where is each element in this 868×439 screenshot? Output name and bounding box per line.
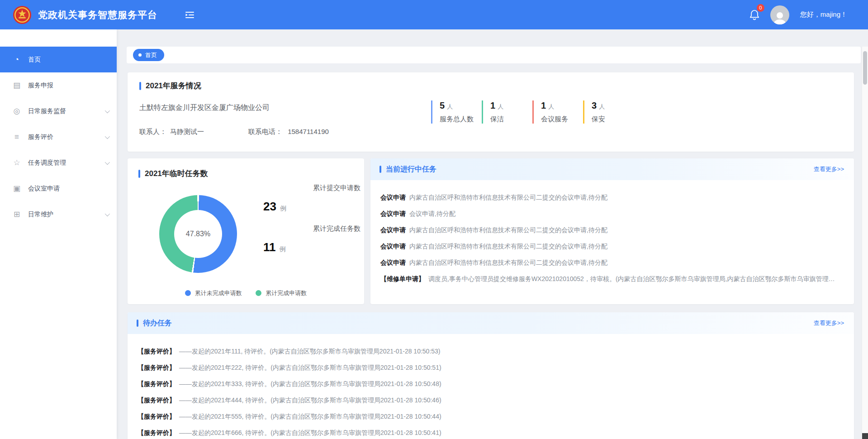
task-tag: 会议申请 (380, 259, 406, 266)
todo-row[interactable]: 【服务评价】——发起的2021年666, 待评价。(内蒙古自治区鄂尔多斯市乌审旗… (138, 425, 844, 439)
overview-card-title: 2021年服务情况 (139, 81, 842, 91)
form-icon: ▤ (12, 81, 22, 90)
todo-text: ——发起的2021年666, 待评价。(内蒙古自治区鄂尔多斯市乌审旗管理局202… (179, 429, 441, 436)
contact-name: 马静测试一 (170, 128, 204, 136)
sidebar-item-label: 任务调度管理 (28, 159, 66, 167)
legend-item[interactable]: 累计完成申请数 (256, 289, 307, 297)
todo-tag: 【服务评价】 (138, 380, 175, 387)
ongoing-tasks-title: 当前进行中任务 (386, 165, 436, 174)
title-accent-bar (137, 320, 138, 327)
contact-row: 联系人： 马静测试一 联系电话： 15847114190 (139, 128, 842, 136)
stat-value: 1 (541, 100, 546, 110)
title-accent-bar (379, 166, 381, 173)
notification-bell[interactable]: 0 (749, 8, 759, 22)
metric-value: 23 (263, 200, 276, 213)
sidebar-item-label: 服务评价 (28, 133, 53, 141)
stat-value: 5 (440, 100, 445, 110)
national-emblem-logo (13, 5, 32, 24)
chevron-down-icon (105, 108, 110, 113)
stat-unit: 人 (548, 103, 554, 110)
chevron-down-icon (105, 211, 110, 216)
dot-icon (138, 53, 142, 57)
todo-row[interactable]: 【服务评价】——发起的2021年222, 待评价。(内蒙古自治区鄂尔多斯市乌审旗… (138, 359, 844, 376)
stat-block: 3人 保安 (583, 100, 634, 124)
legend-item[interactable]: 累计未完成申请数 (185, 289, 242, 297)
todo-text: ——发起的2021年555, 待评价。(内蒙古自治区鄂尔多斯市乌审旗管理局202… (179, 413, 441, 420)
stat-unit: 人 (447, 103, 453, 110)
stat-value: 3 (592, 100, 597, 110)
stat-block: 1人 会议服务 (532, 100, 583, 124)
task-row[interactable]: 【维修单申请】调度员,事务中心管理员提交维修服务WX202102010052，待… (380, 271, 844, 287)
view-more-link[interactable]: 查看更多>> (814, 319, 844, 327)
dashboard-icon: ◔ (12, 55, 22, 64)
task-tag: 会议申请 (380, 194, 406, 201)
sidebar-item[interactable]: ◔ 首页 (0, 47, 117, 72)
chevron-down-icon (105, 159, 110, 164)
task-row[interactable]: 会议申请内蒙古自治区呼和浩特市利信息技术有限公司二提交的会议申请,待分配 (380, 222, 844, 238)
app-title: 党政机关事务智慧服务平台 (38, 9, 157, 21)
chart-legend: 累计未完成申请数 累计完成申请数 (128, 289, 364, 298)
stat-label: 会议服务 (541, 115, 583, 124)
user-avatar[interactable] (770, 5, 789, 24)
metric: 累计提交申请数 23例 (263, 184, 360, 214)
maintain-icon: ⊞ (12, 210, 22, 219)
brand: 党政机关事务智慧服务平台 (13, 5, 157, 24)
service-overview-card: 2021年服务情况 土默特左旗金川开发区金厦广场物业公司 联系人： 马静测试一 … (128, 72, 854, 152)
todo-row[interactable]: 【服务评价】——发起的2021年444, 待评价。(内蒙古自治区鄂尔多斯市乌审旗… (138, 392, 844, 408)
todo-tag: 【服务评价】 (138, 396, 175, 404)
donut-chart: 47.83% (159, 195, 237, 273)
sidebar-item[interactable]: ⊞ 日常维护 (0, 201, 117, 227)
task-row[interactable]: 会议申请会议申请,待分配 (380, 205, 844, 222)
sidebar-item[interactable]: ▣ 会议室申请 (0, 176, 117, 201)
todo-row[interactable]: 【服务评价】——发起的2021年333, 待评价。(内蒙古自治区鄂尔多斯市乌审旗… (138, 376, 844, 392)
legend-dot-icon (256, 290, 261, 296)
task-tag: 会议申请 (380, 226, 406, 234)
task-tag: 会议申请 (380, 243, 406, 250)
todo-text: ——发起的2021年444, 待评价。(内蒙古自治区鄂尔多斯市乌审旗管理局202… (179, 396, 441, 404)
todo-row[interactable]: 【服务评价】——发起的2021年111, 待评价。(内蒙古自治区鄂尔多斯市乌审旗… (138, 343, 844, 359)
chevron-down-icon (105, 134, 110, 138)
breadcrumb-tab-home[interactable]: 首页 (133, 49, 164, 61)
metric-label: 累计提交申请数 (263, 184, 360, 192)
menu-fold-icon[interactable] (185, 11, 194, 19)
task-row[interactable]: 会议申请内蒙古自治区呼和浩特市利信息技术有限公司二提交的会议申请,待分配 (380, 254, 844, 271)
app-root: 党政机关事务智慧服务平台 0 (0, 0, 868, 439)
scrollbar-thumb[interactable] (863, 51, 867, 85)
stat-unit: 人 (599, 103, 605, 110)
stat-block: 1人 保洁 (482, 100, 532, 124)
phone-label: 联系电话： (248, 128, 282, 135)
breadcrumb-label: 首页 (145, 51, 157, 59)
ongoing-tasks-header: 当前进行中任务 查看更多>> (370, 158, 854, 180)
todo-row[interactable]: 【服务评价】——发起的2021年555, 待评价。(内蒙古自治区鄂尔多斯市乌审旗… (138, 408, 844, 425)
sidebar-item[interactable]: ▤ 服务申报 (0, 72, 117, 98)
breadcrumb: 首页 (127, 47, 861, 63)
task-text: 内蒙古自治区呼和浩特市利信息技术有限公司二提交的会议申请,待分配 (409, 226, 607, 234)
contact-label: 联系人： (139, 128, 166, 136)
sidebar-item-label: 日常服务监督 (28, 107, 66, 115)
stat-label: 保安 (592, 115, 634, 124)
header-actions: 0 您好，majing！ (749, 5, 847, 24)
todo-tasks-card: 待办任务 查看更多>> 【服务评价】——发起的2021年111, 待评价。(内蒙… (128, 312, 854, 439)
sidebar-item-label: 首页 (28, 56, 41, 64)
sidebar-item[interactable]: ≡ 服务评价 (0, 124, 117, 150)
task-row[interactable]: 会议申请内蒙古自治区呼和浩特市利信息技术有限公司二提交的会议申请,待分配 (380, 189, 844, 205)
star-icon: ☆ (12, 158, 22, 167)
sidebar-item[interactable]: ◎ 日常服务监督 (0, 98, 117, 124)
notification-badge: 0 (757, 4, 764, 12)
task-row[interactable]: 会议申请内蒙古自治区呼和浩特市利信息技术有限公司二提交的会议申请,待分配 (380, 238, 844, 254)
task-text: 调度员,事务中心管理员提交维修服务WX202102010052，待审核。(内蒙古… (428, 275, 835, 282)
user-greeting: 您好，majing！ (800, 10, 847, 19)
todo-tag: 【服务评价】 (138, 429, 175, 436)
service-stats: 5人 服务总人数 1人 保洁 1人 会议服务 3人 (431, 100, 634, 124)
metric-unit: 例 (280, 205, 286, 212)
view-more-link[interactable]: 查看更多>> (814, 165, 844, 173)
task-tag: 【维修单申请】 (380, 275, 425, 282)
title-accent-bar (139, 82, 141, 90)
sidebar-item[interactable]: ☆ 任务调度管理 (0, 150, 117, 176)
ongoing-tasks-card: 当前进行中任务 查看更多>> 会议申请内蒙古自治区呼和浩特市利信息技术有限公司二… (370, 158, 854, 304)
metric-value: 11 (263, 240, 276, 254)
stat-block: 5人 服务总人数 (431, 100, 482, 124)
stat-label: 保洁 (490, 115, 532, 124)
chart-metrics: 累计提交申请数 23例 累计完成任务数 11例 (263, 184, 360, 265)
metric-label: 累计完成任务数 (263, 224, 360, 233)
